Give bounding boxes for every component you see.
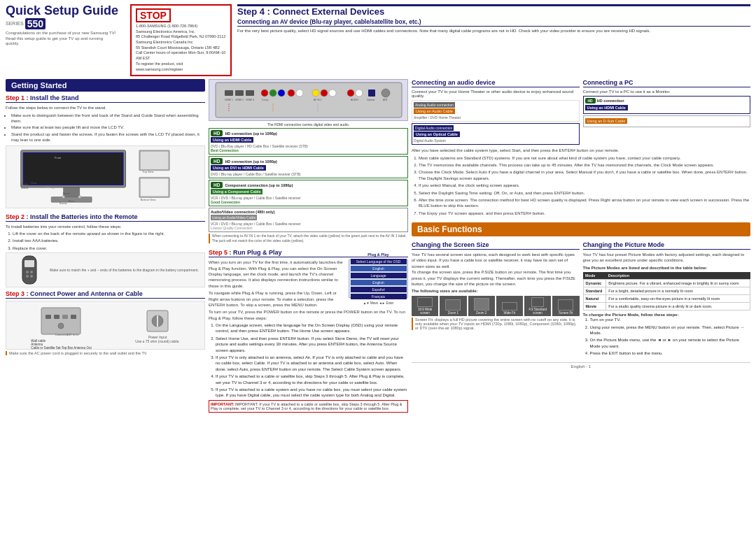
step1-bullet-0: Make sure to distinguish between the fro… [11, 113, 205, 124]
pnp-item-1: Español [351, 287, 407, 292]
svg-rect-38 [225, 90, 233, 96]
comp-sublabel: Using a Component Cable [211, 189, 406, 196]
pc-section: Connecting a PC Connect your TV to a PC … [583, 79, 751, 145]
svg-rect-29 [54, 315, 59, 319]
power-svg [144, 307, 172, 335]
svg-point-48 [329, 90, 336, 97]
after-pnp-steps: Most cable systems are Standard (STD) sy… [412, 155, 750, 217]
desc-col-header: Description [606, 272, 750, 280]
pnp-row2: Language [351, 273, 407, 278]
comp-hd-badge: HD [211, 182, 223, 188]
svg-point-32 [58, 323, 64, 329]
hd-dvi-devices: DVD / Blu-ray player / Cable Box / Satel… [211, 172, 406, 176]
step2-label: : Install the Batteries into the Remote [27, 213, 138, 220]
step1-number: Step 1 [6, 94, 24, 101]
audio-section-title: Connecting an audio device [412, 79, 580, 87]
step1-desc: Follow the steps below to connect the TV… [6, 105, 205, 110]
svg-point-50 [356, 90, 363, 97]
av-video-label-main: Audio/Video connection (480i only) [211, 210, 406, 214]
hd-dvi-box: HD HD connection (up to 1080p) Using an … [209, 156, 408, 178]
step2-step-0: Lift the cover on the back of the remote… [13, 231, 205, 236]
remote-svg [12, 255, 47, 286]
pc-dsub-label: Using an D-Sub Cable [585, 118, 628, 124]
pnp-nav: ▲▼ Move ◄► Enter [363, 301, 393, 305]
after-step-3: If you select Manual, the clock setting … [419, 183, 750, 188]
middle-column: HDMI 1 HDMI 2 HDMI 3 Comp AV IN 1 AUDIO … [209, 79, 408, 538]
step5-steps: On the Language screen, select the langu… [209, 322, 408, 399]
step1-bullet-1: Make sure that at least two people lift … [11, 124, 205, 130]
svg-rect-14 [141, 152, 169, 169]
after-step-2: Choose the Clock Mode. Select Auto if yo… [419, 169, 750, 181]
step1-label: : Install the Stand [27, 94, 79, 101]
step5-section: Step 5 : Run Plug & Play Plug & Play Sel… [209, 249, 408, 414]
av-section-title: Connecting an AV device (Blu-ray player,… [237, 18, 750, 27]
hd-hdmi-box: HD HD connection (up to 1080p) Using an … [209, 128, 408, 155]
picture-mode-desc: Your TV has four preset Picture Modes wi… [583, 252, 751, 264]
antenna-svg: Connect ANT In to: [40, 301, 82, 339]
svg-point-42 [270, 90, 276, 97]
hd-dvi-label: HD connection (up to 1080p) [225, 159, 277, 164]
hd-hdmi-header: HD HD connection (up to 1080p) [211, 130, 406, 136]
important-box: IMPORTANT: IMPORTANT: If your TV is atta… [209, 400, 408, 413]
hd-dvi-header: HD HD connection (up to 1080p) [211, 158, 406, 164]
header-row: Quick Setup Guide SERIES 550 Congratulat… [6, 4, 750, 76]
step5-label: : Run Plug & Play [230, 249, 282, 256]
svg-text:AUDIO: AUDIO [351, 99, 358, 101]
pnp-item-2: Français [351, 294, 407, 299]
after-step-5: After the time zone screen. The connecti… [419, 197, 750, 209]
svg-text:Stand: Stand [21, 187, 28, 190]
screen-widefit-img [502, 302, 517, 311]
step5-step-4: If your TV is attached to a cable system… [216, 387, 408, 399]
digital-sublabel: Using an Optical Cable [414, 131, 460, 137]
after-step-6: The Enjoy your TV screen appears. and th… [419, 211, 750, 216]
screen-zoom2-label: Zoom 2 [476, 311, 486, 315]
screen-fit-note: Screen Fit: displays a full HD picture c… [412, 318, 580, 330]
best-connection: Best Connection [211, 148, 406, 152]
picture-mode-title: Changing the Picture Mode [583, 241, 751, 250]
ant-item-2: Cable or Satellite Set-Top Box Antenna O… [31, 346, 91, 350]
pc-hd-header: HD HD connection [585, 98, 749, 104]
svg-text:Comp: Comp [262, 99, 268, 101]
svg-rect-51 [368, 90, 375, 97]
hd-hdmi-sublabel-badge: Using an HDMI Cable [211, 137, 253, 143]
antenna-diagram: Connect ANT In to: Wall cable Antenna Ca… [6, 301, 205, 350]
digital-label: Digital Audio connection [414, 125, 454, 131]
svg-text:Stand: Stand [62, 192, 69, 195]
svg-text:HDMI 1: HDMI 1 [225, 99, 233, 101]
mode-name-1: Standard [583, 287, 606, 295]
pc-hd-label: HD connection [597, 99, 624, 103]
pnp-row1: Select Language of the OSD [351, 259, 407, 264]
svg-point-45 [296, 90, 303, 97]
mode-row-2: Natural For a comfortable, easy-on-the-e… [583, 295, 750, 303]
step2-title: Step 2 : Install the Batteries into the … [6, 213, 205, 222]
table-note: The Picture Modes are listed and describ… [583, 265, 751, 271]
screen-43-label: 4:3 Standard screen [526, 308, 550, 315]
svg-point-23 [26, 271, 29, 273]
mode-row-1: Standard For a bright, detailed picture … [583, 287, 750, 295]
pnp-row1-val: English [351, 266, 407, 271]
screen-widefit: Wide Fit [496, 296, 523, 316]
mode-col-header: Mode [583, 272, 606, 280]
svg-text:Guide: Guide [21, 183, 28, 186]
screen-zoom2-img [474, 298, 489, 311]
svg-point-24 [30, 271, 33, 273]
stop-line-4: Samsung Electronics Canada Inc. [136, 40, 226, 45]
stop-line-1: 1-800-SAMSUNG (1-800-726-7864) [136, 24, 226, 29]
av-video-sublabel: Using an Audio/Video Cable [211, 215, 257, 220]
svg-point-41 [261, 90, 268, 97]
basic-functions-banner: Basic Functions [412, 222, 750, 236]
screen-169: 16:9 Wide screen [412, 296, 438, 316]
screen-size-title: Changing the Screen Size [412, 241, 580, 250]
screen-zoom1: Zoom 1 [440, 296, 466, 316]
step5-desc3: To turn on your TV, press the POWER butt… [209, 309, 408, 321]
svg-text:ANT: ANT [383, 99, 388, 101]
left-column: Getting Started Step 1 : Install the Sta… [6, 79, 205, 538]
screen-size-body: Your TV has several screen size options,… [412, 252, 580, 294]
screen-zoom2: Zoom 2 [468, 296, 495, 316]
hd-hdmi-label: HD connection (up to 1080p) [225, 131, 277, 136]
svg-text:Top View: Top View [143, 171, 154, 173]
screen-size-section: Changing the Screen Size Your TV has sev… [412, 241, 580, 358]
svg-text:Connect ANT In to:: Connect ANT In to: [55, 333, 79, 336]
after-step-1: The TV memorizes the available channels.… [419, 162, 750, 168]
power-input-area: Power Input Use a 75 ohm (round) cable. [135, 307, 179, 343]
